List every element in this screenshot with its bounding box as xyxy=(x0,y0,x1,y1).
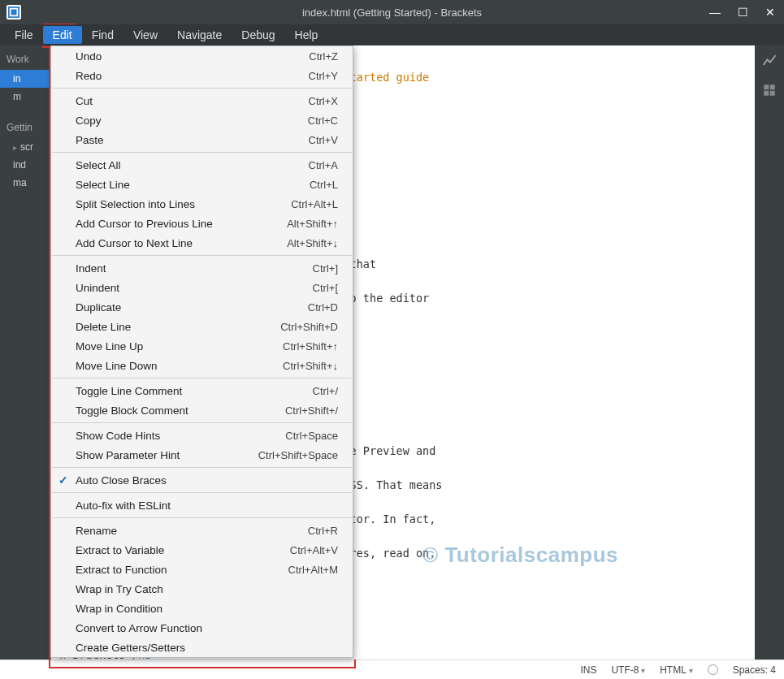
sidebar-item[interactable]: scr xyxy=(0,138,51,156)
menu-edit[interactable]: Edit xyxy=(43,26,82,44)
menu-item-shortcut: Ctrl+Shift+↓ xyxy=(283,360,338,372)
menu-item-shortcut: Ctrl+[ xyxy=(313,282,338,294)
edit-menu-dropdown: UndoCtrl+ZRedoCtrl+YCutCtrl+XCopyCtrl+CP… xyxy=(50,45,353,658)
menu-item-extract-to-variable[interactable]: Extract to VariableCtrl+Alt+V xyxy=(51,540,353,560)
menu-item-split-selection-into-lines[interactable]: Split Selection into LinesCtrl+Alt+L xyxy=(51,194,353,214)
status-encoding[interactable]: UTF-8 xyxy=(611,664,645,676)
menu-item-convert-to-arrow-function[interactable]: Convert to Arrow Function xyxy=(51,618,353,638)
menu-item-shortcut: Ctrl+] xyxy=(313,262,338,275)
menu-view[interactable]: View xyxy=(123,26,167,44)
close-button[interactable]: ✕ xyxy=(756,0,784,24)
sidebar-item[interactable]: in xyxy=(0,70,51,88)
menu-item-label: Rename xyxy=(76,525,308,537)
live-preview-icon[interactable] xyxy=(759,50,780,71)
status-spaces[interactable]: Spaces: 4 xyxy=(733,664,776,676)
menu-item-label: Toggle Block Comment xyxy=(76,404,285,417)
menu-item-delete-line[interactable]: Delete LineCtrl+Shift+D xyxy=(51,317,353,336)
status-bar: INS UTF-8 HTML Spaces: 4 xyxy=(0,660,784,679)
menu-item-label: Select All xyxy=(76,159,309,171)
menu-item-paste[interactable]: PasteCtrl+V xyxy=(51,130,353,149)
menu-item-indent[interactable]: IndentCtrl+] xyxy=(51,258,353,278)
menu-item-copy[interactable]: CopyCtrl+C xyxy=(51,110,353,130)
menu-item-rename[interactable]: RenameCtrl+R xyxy=(51,521,353,540)
status-ins[interactable]: INS xyxy=(580,664,596,676)
menu-item-shortcut: Ctrl+/ xyxy=(313,385,338,397)
menu-item-add-cursor-to-next-line[interactable]: Add Cursor to Next LineAlt+Shift+↓ xyxy=(51,233,353,253)
menu-item-show-parameter-hint[interactable]: Show Parameter HintCtrl+Shift+Space xyxy=(51,445,353,465)
window-title: index.html (Getting Started) - Brackets xyxy=(0,6,784,19)
menu-item-shortcut: Alt+Shift+↓ xyxy=(287,237,338,249)
menu-item-add-cursor-to-previous-line[interactable]: Add Cursor to Previous LineAlt+Shift+↑ xyxy=(51,214,353,233)
menu-item-label: Delete Line xyxy=(76,321,280,333)
sidebar-item[interactable]: ind xyxy=(0,156,51,174)
menu-item-label: Create Getters/Setters xyxy=(76,642,338,654)
menu-item-cut[interactable]: CutCtrl+X xyxy=(51,91,353,110)
menu-item-label: Cut xyxy=(76,95,309,107)
menu-item-select-line[interactable]: Select LineCtrl+L xyxy=(51,175,353,194)
menu-find[interactable]: Find xyxy=(82,26,123,44)
menu-item-shortcut: Ctrl+R xyxy=(308,525,338,537)
menu-item-label: Move Line Up xyxy=(76,340,283,352)
menu-item-shortcut: Ctrl+A xyxy=(309,159,338,171)
menu-item-shortcut: Ctrl+Shift+Space xyxy=(258,449,338,461)
menu-separator xyxy=(52,152,352,153)
menu-item-shortcut: Ctrl+D xyxy=(308,301,338,314)
minimize-button[interactable]: — xyxy=(701,0,729,24)
sidebar-item[interactable]: ma xyxy=(0,174,51,192)
menu-item-label: Duplicate xyxy=(76,301,308,314)
menu-item-undo[interactable]: UndoCtrl+Z xyxy=(51,46,353,66)
menu-item-wrap-in-condition[interactable]: Wrap in Condition xyxy=(51,599,353,618)
menu-item-toggle-line-comment[interactable]: Toggle Line CommentCtrl+/ xyxy=(51,381,353,400)
menu-item-create-getters-setters[interactable]: Create Getters/Setters xyxy=(51,638,353,657)
menu-item-show-code-hints[interactable]: Show Code HintsCtrl+Space xyxy=(51,426,353,445)
menu-debug[interactable]: Debug xyxy=(232,26,284,44)
menu-item-shortcut: Ctrl+Shift+D xyxy=(280,321,338,333)
menu-item-label: Split Selection into Lines xyxy=(76,198,291,210)
menu-item-shortcut: Ctrl+Alt+L xyxy=(291,198,338,210)
maximize-button[interactable]: ☐ xyxy=(729,0,756,24)
menu-separator xyxy=(52,88,352,89)
menu-item-move-line-up[interactable]: Move Line UpCtrl+Shift+↑ xyxy=(51,336,353,356)
extension-manager-icon[interactable] xyxy=(759,80,780,101)
menu-item-label: Convert to Arrow Function xyxy=(76,622,338,634)
menu-item-label: Copy xyxy=(76,115,308,127)
menu-item-label: Select Line xyxy=(76,179,310,191)
sidebar-section-working: Work xyxy=(0,49,51,70)
menu-item-extract-to-function[interactable]: Extract to FunctionCtrl+Alt+M xyxy=(51,560,353,579)
menu-item-shortcut: Ctrl+V xyxy=(309,134,338,146)
menu-item-select-all[interactable]: Select AllCtrl+A xyxy=(51,155,353,175)
menu-item-duplicate[interactable]: DuplicateCtrl+D xyxy=(51,297,353,317)
menu-item-shortcut: Ctrl+Shift+↑ xyxy=(283,340,338,352)
menu-separator xyxy=(52,492,352,493)
sidebar: Work inm Gettin scrindma xyxy=(0,45,51,660)
menu-item-label: Wrap in Try Catch xyxy=(76,583,338,595)
menu-item-auto-close-braces[interactable]: Auto Close Braces xyxy=(51,470,353,490)
menu-file[interactable]: File xyxy=(5,26,43,44)
menu-item-shortcut: Ctrl+L xyxy=(310,179,338,191)
sidebar-item[interactable]: m xyxy=(0,88,51,106)
menu-item-redo[interactable]: RedoCtrl+Y xyxy=(51,66,353,85)
menu-item-wrap-in-try-catch[interactable]: Wrap in Try Catch xyxy=(51,579,353,599)
menu-item-move-line-down[interactable]: Move Line DownCtrl+Shift+↓ xyxy=(51,356,353,375)
menu-item-label: Redo xyxy=(76,70,309,82)
svg-rect-4 xyxy=(764,91,769,96)
menu-item-label: Unindent xyxy=(76,282,313,294)
menu-separator xyxy=(52,378,352,378)
menu-item-shortcut: Ctrl+Space xyxy=(285,430,338,442)
menu-item-label: Auto Close Braces xyxy=(76,474,338,487)
menu-item-unindent[interactable]: UnindentCtrl+[ xyxy=(51,278,353,297)
menu-item-label: Wrap in Condition xyxy=(76,603,338,615)
menu-navigate[interactable]: Navigate xyxy=(167,26,232,44)
menu-item-label: Undo xyxy=(76,50,309,63)
menu-help[interactable]: Help xyxy=(285,26,328,44)
menu-item-label: Extract to Function xyxy=(76,564,288,576)
right-toolbar xyxy=(755,45,784,660)
status-language[interactable]: HTML xyxy=(660,664,692,676)
menu-separator xyxy=(52,467,352,468)
menu-bar: FileEditFindViewNavigateDebugHelp xyxy=(0,24,784,45)
menu-item-auto-fix-with-eslint[interactable]: Auto-fix with ESLint xyxy=(51,495,353,515)
menu-item-shortcut: Ctrl+Alt+M xyxy=(288,564,338,576)
title-bar: index.html (Getting Started) - Brackets … xyxy=(0,0,784,24)
menu-item-toggle-block-comment[interactable]: Toggle Block CommentCtrl+Shift+/ xyxy=(51,400,353,420)
menu-item-shortcut: Alt+Shift+↑ xyxy=(287,218,338,230)
